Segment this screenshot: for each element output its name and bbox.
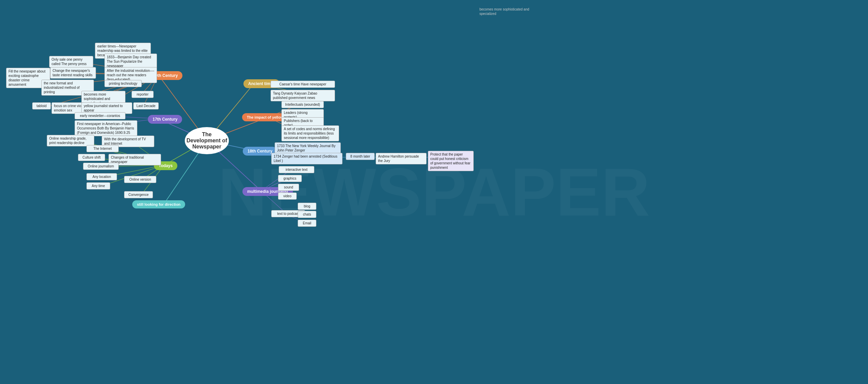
leaf-online-version: Online version [124, 176, 156, 183]
leaf-convergence: Convergence [124, 191, 153, 198]
leaf-online-journalism: Online journalism [83, 163, 119, 170]
leaf-video: video [278, 193, 297, 200]
leaf-online-readership: Online readership grade, print readershi… [47, 135, 94, 146]
leaf-sound: sound [278, 184, 299, 191]
leaf-penny-press: Only sale one penny called The penny pre… [49, 56, 93, 67]
leaf-internet: The Internet [86, 145, 119, 152]
leaf-tang-dynasty: Tang Dynasty Kaiyuan Zabao published gov… [271, 90, 335, 101]
leaf-any-location: Any location [86, 173, 117, 180]
branch-direction[interactable]: still looking for direction [132, 200, 185, 208]
leaf-tabloid: tabloid [32, 102, 51, 109]
leaf-intellectuals: Intellectuals (wounded) [281, 101, 324, 108]
leaf-blog: blog [298, 203, 316, 210]
leaf-graphics: graphics [278, 175, 302, 182]
leaf-printing-tech: printing technology [104, 80, 142, 87]
leaf-codes-norms: A set of codes and norms defining its li… [281, 125, 339, 141]
leaf-becomes-sophisticated2: becomes more sophisticated and specializ… [477, 6, 533, 17]
leaf-zenger-arrested: 1734 Zenger had been arrested (Seditious… [271, 153, 342, 164]
leaf-early-newsletter: early newsletter---corantos [75, 112, 125, 119]
branch-17th-century[interactable]: 17th Century [148, 115, 182, 124]
leaf-last-decade: Last Decade [133, 102, 159, 109]
leaf-interactive-text: interactive text [279, 166, 314, 173]
leaf-andrew-hamilton: Andrew Hamilton persuade the Jury [376, 153, 427, 164]
leaf-caesars-time: Caesar's time Have newspaper [271, 81, 335, 88]
leaf-ny-weekly: 1733 The New York Weekly Journal By John… [275, 142, 341, 154]
center-node: The Development of Newspaper [185, 127, 229, 154]
leaf-first-newspaper: First newspaper in American--Public Occu… [75, 120, 137, 136]
leaf-month-later: 8 month later [346, 153, 375, 160]
leaf-culture-shift: Culture shift [78, 154, 105, 161]
mindmap-container: NEWSPAPER The Development of Newspaper 1… [0, 0, 868, 384]
leaf-email: Email [298, 220, 316, 227]
leaf-change-taste: Change the newspaper's taste interest re… [50, 67, 96, 79]
leaf-chats: chats [298, 211, 316, 218]
leaf-protect-paper: Protect that the paper could put honest … [428, 151, 474, 171]
leaf-any-time: Any time [86, 182, 110, 189]
leaf-reporter: reporter [132, 91, 154, 98]
